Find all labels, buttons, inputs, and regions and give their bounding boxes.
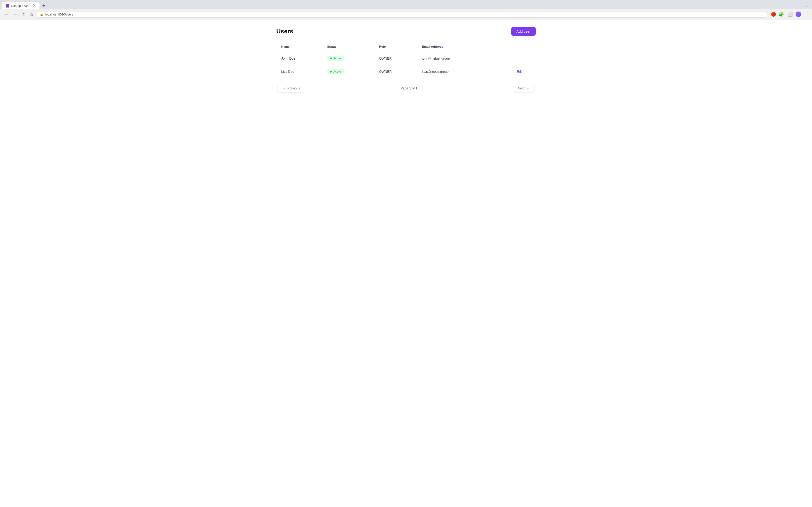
status-dot-icon bbox=[330, 58, 332, 59]
profile-avatar[interactable] bbox=[796, 11, 801, 17]
table-row: Lisa DoeActiveOWNERlisa@nebulr.groupEdit… bbox=[276, 65, 536, 78]
extensions-button[interactable]: 🧩 bbox=[778, 11, 785, 18]
table-header: Name Status Role Email Address bbox=[276, 42, 536, 52]
browser-chrome: Example App ✕ + ⌄ ← → ↻ ⌂ 🔒 localhost:80… bbox=[0, 0, 812, 19]
forward-button[interactable]: → bbox=[12, 11, 19, 17]
add-user-button[interactable]: Add user bbox=[511, 27, 536, 36]
cell-status: Active bbox=[322, 65, 374, 78]
cell-name: Lisa Doe bbox=[276, 65, 322, 78]
cell-role: OWNER bbox=[374, 65, 417, 78]
col-email: Email Address bbox=[417, 42, 490, 52]
cell-name: John Doe bbox=[276, 52, 322, 65]
sidebar-button[interactable]: ⬜ bbox=[786, 11, 794, 18]
table-body: John DoeActiveOWNERjohn@nebulr.groupLisa… bbox=[276, 52, 536, 78]
row-actions: Edit··· bbox=[495, 69, 531, 74]
back-button[interactable]: ← bbox=[3, 11, 10, 17]
previous-label: Previous bbox=[287, 87, 300, 90]
url-display: localhost:8080/users bbox=[45, 13, 764, 16]
edit-link[interactable]: Edit bbox=[517, 70, 522, 73]
tab-close-button[interactable]: ✕ bbox=[33, 4, 36, 7]
users-table: Name Status Role Email Address John DoeA… bbox=[276, 41, 536, 78]
cell-email: lisa@nebulr.group bbox=[417, 65, 490, 78]
arrow-right-icon: → bbox=[526, 87, 530, 90]
cell-role: OWNER bbox=[374, 52, 417, 65]
page-header: Users Add user bbox=[276, 27, 536, 36]
page-content: Users Add user Name Status Role Email Ad… bbox=[265, 19, 547, 100]
new-tab-button[interactable]: + bbox=[40, 2, 47, 9]
nav-actions: 🧩 ⬜ ⋮ bbox=[771, 11, 809, 18]
cell-actions bbox=[490, 52, 536, 65]
browser-menu-button[interactable]: ⋮ bbox=[803, 11, 809, 18]
col-name: Name bbox=[276, 42, 322, 52]
col-status: Status bbox=[322, 42, 374, 52]
security-icon: 🔒 bbox=[40, 13, 44, 16]
firefox-icon bbox=[771, 12, 776, 17]
reload-button[interactable]: ↻ bbox=[21, 11, 27, 17]
page-info: Page 1 of 1 bbox=[401, 87, 417, 90]
tab-favicon bbox=[6, 4, 9, 7]
cell-status: Active bbox=[322, 52, 374, 65]
status-badge: Active bbox=[327, 56, 344, 61]
status-badge: Active bbox=[327, 69, 344, 74]
col-actions bbox=[490, 42, 536, 52]
col-role: Role bbox=[374, 42, 417, 52]
address-bar[interactable]: 🔒 localhost:8080/users bbox=[36, 11, 767, 17]
home-button[interactable]: ⌂ bbox=[29, 11, 34, 17]
more-options-button[interactable]: ··· bbox=[525, 69, 531, 74]
previous-button[interactable]: ← Previous bbox=[277, 84, 305, 93]
active-tab[interactable]: Example App ✕ bbox=[2, 2, 40, 9]
table-row: John DoeActiveOWNERjohn@nebulr.group bbox=[276, 52, 536, 65]
page-title: Users bbox=[276, 28, 293, 35]
tab-title: Example App bbox=[11, 4, 31, 7]
cell-email: john@nebulr.group bbox=[417, 52, 490, 65]
tab-list-button[interactable]: ⌄ bbox=[803, 2, 810, 9]
arrow-left-icon: ← bbox=[282, 87, 286, 90]
cell-actions: Edit··· bbox=[490, 65, 536, 78]
nav-bar: ← → ↻ ⌂ 🔒 localhost:8080/users 🧩 ⬜ ⋮ bbox=[0, 9, 812, 19]
tab-bar: Example App ✕ + ⌄ bbox=[0, 0, 812, 9]
next-label: Next bbox=[518, 87, 525, 90]
next-button[interactable]: Next → bbox=[513, 84, 535, 93]
pagination: ← Previous Page 1 of 1 Next → bbox=[276, 84, 536, 93]
status-dot-icon bbox=[330, 71, 332, 72]
